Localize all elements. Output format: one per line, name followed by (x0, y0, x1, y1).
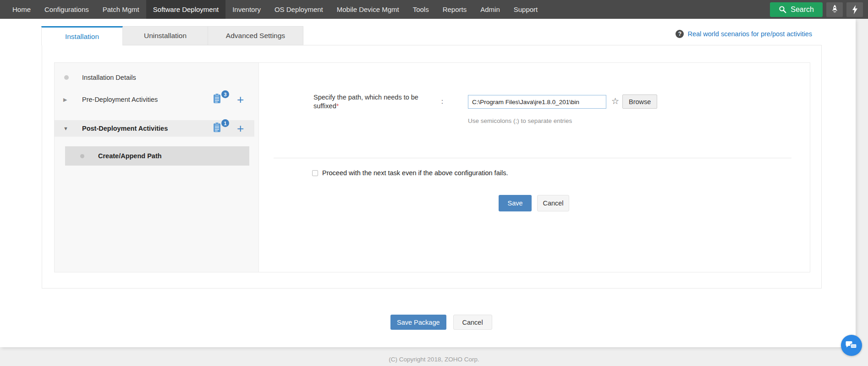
tab-installation[interactable]: Installation (41, 26, 123, 45)
activity-count-badge: 3 (221, 90, 229, 98)
nav-item-inventory[interactable]: Inventory (225, 0, 268, 19)
top-nav: Home Configurations Patch Mgmt Software … (0, 0, 868, 19)
semicolon-hint-text: Use semicolons (;) to separate entries (468, 117, 572, 124)
nav-item-reports[interactable]: Reports (436, 0, 474, 19)
nav-item-mobile-device-mgmt[interactable]: Mobile Device Mgmt (330, 0, 406, 19)
nav-item-configurations[interactable]: Configurations (38, 0, 96, 19)
nav-item-home[interactable]: Home (5, 0, 38, 19)
sidebar-item-post-deployment[interactable]: ▼ Post-Deployment Activities (55, 120, 254, 137)
browse-button[interactable]: Browse (622, 94, 657, 109)
save-package-button[interactable]: Save Package (390, 315, 446, 330)
create-append-path-form: Specify the path, which needs to be suff… (259, 63, 810, 272)
nav-item-software-deployment[interactable]: Software Deployment (146, 0, 225, 19)
favorite-star-icon[interactable]: ☆ (611, 96, 619, 106)
sidebar-item-pre-deployment[interactable]: ▶ Pre-Deployment Activities 3 (55, 91, 259, 108)
label-separator: : (441, 98, 443, 105)
proceed-option-row: Proceed with the next task even if the a… (312, 169, 508, 177)
activity-script-icon: 3 (213, 93, 225, 106)
sidebar-item-installation-details[interactable]: Installation Details (55, 71, 259, 84)
bullet-icon (80, 154, 84, 158)
sidebar-item-label: Post-Deployment Activities (82, 125, 168, 132)
quick-actions-button[interactable] (846, 2, 863, 17)
package-tabs: Installation Uninstallation Advanced Set… (41, 26, 303, 45)
nav-item-admin[interactable]: Admin (473, 0, 507, 19)
help-area: ? Real world scenarios for pre/post acti… (676, 30, 812, 38)
nav-item-support[interactable]: Support (507, 0, 545, 19)
live-chat-button[interactable] (841, 335, 862, 356)
real-world-scenarios-link[interactable]: Real world scenarios for pre/post activi… (687, 30, 812, 38)
package-actions: Save Package Cancel (390, 315, 492, 330)
path-field-label: Specify the path, which needs to be suff… (313, 93, 432, 110)
activity-script-icon: 1 (213, 122, 225, 135)
path-input[interactable] (468, 95, 606, 109)
activity-count-badge: 1 (221, 119, 229, 127)
search-button-label: Search (791, 6, 814, 14)
proceed-checkbox-label: Proceed with the next task even if the a… (322, 169, 508, 177)
add-post-deployment-activity-button[interactable]: + (237, 120, 244, 137)
nav-item-patch-mgmt[interactable]: Patch Mgmt (96, 0, 146, 19)
nav-item-os-deployment[interactable]: OS Deployment (268, 0, 330, 19)
rocket-icon (831, 5, 839, 14)
bullet-icon (64, 75, 69, 80)
app-window: Home Configurations Patch Mgmt Software … (0, 0, 868, 366)
getting-started-button[interactable] (826, 2, 843, 17)
collapse-arrow-down-icon[interactable]: ▼ (63, 126, 69, 131)
nav-right-group: Search (770, 0, 868, 19)
tab-uninstallation[interactable]: Uninstallation (123, 26, 208, 45)
package-cancel-button[interactable]: Cancel (453, 315, 492, 330)
sidebar-item-label: Pre-Deployment Activities (82, 96, 158, 103)
tab-advanced-settings[interactable]: Advanced Settings (208, 26, 303, 45)
activities-sidebar: Installation Details ▶ Pre-Deployment Ac… (55, 63, 259, 272)
required-marker: * (336, 102, 339, 110)
save-button[interactable]: Save (499, 195, 532, 211)
help-question-icon: ? (676, 30, 684, 38)
sidebar-item-create-append-path[interactable]: Create/Append Path (65, 146, 249, 166)
lightning-icon (852, 5, 858, 14)
search-icon (779, 6, 786, 13)
cancel-button[interactable]: Cancel (537, 195, 569, 211)
form-divider (274, 158, 791, 158)
sidebar-item-label: Create/Append Path (98, 152, 162, 160)
proceed-checkbox[interactable] (312, 170, 318, 176)
main-content-card: Installation Uninstallation Advanced Set… (0, 19, 856, 347)
collapse-arrow-right-icon[interactable]: ▶ (63, 97, 69, 103)
chat-bubbles-icon (846, 340, 857, 351)
nav-item-tools[interactable]: Tools (406, 0, 436, 19)
add-pre-deployment-activity-button[interactable]: + (237, 91, 244, 108)
search-button[interactable]: Search (770, 2, 823, 17)
copyright-text: (C) Copyright 2018, ZOHO Corp. (0, 356, 868, 363)
deployment-activities-panel: Installation Details ▶ Pre-Deployment Ac… (54, 62, 810, 272)
path-field-label-text: Specify the path, which needs to be suff… (313, 94, 418, 110)
installation-tab-panel: Installation Details ▶ Pre-Deployment Ac… (42, 45, 822, 288)
sidebar-item-label: Installation Details (82, 74, 136, 81)
